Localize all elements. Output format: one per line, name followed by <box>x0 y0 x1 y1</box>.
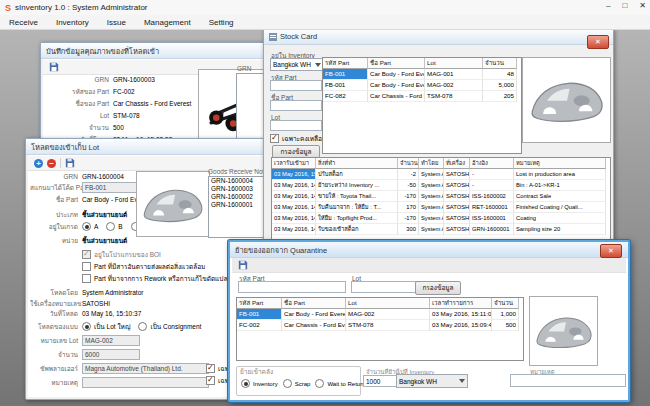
cell[interactable]: RET-1600001 <box>470 202 514 213</box>
column-header[interactable]: Lot <box>425 58 483 69</box>
move-scrap-radio[interactable] <box>283 379 292 388</box>
close-icon[interactable]: ✕ <box>639 1 646 10</box>
cell[interactable]: -2 <box>398 169 419 180</box>
column-header[interactable]: รหัส Part <box>323 58 368 69</box>
cell[interactable]: - <box>470 169 514 180</box>
side-checkbox-1[interactable] <box>206 364 215 373</box>
cell[interactable]: ปรับสต็อก <box>316 169 398 180</box>
dest-dropdown[interactable]: Bangkok WH <box>396 374 468 388</box>
column-header[interactable]: จำนวน <box>483 58 517 69</box>
cell[interactable]: SATOSHI <box>444 191 470 202</box>
cell[interactable]: System Admi... <box>419 213 444 224</box>
part-code-input[interactable] <box>270 80 322 91</box>
note-input[interactable] <box>82 377 209 388</box>
cell[interactable]: STM-078 <box>346 320 430 331</box>
column-header[interactable]: เวลารับเข้ามา <box>272 158 316 169</box>
cell[interactable]: MAG-002 <box>425 80 483 91</box>
only-remaining-checkbox[interactable] <box>270 134 279 143</box>
column-header[interactable]: จำนวน <box>398 158 419 169</box>
cell[interactable]: System Admi... <box>419 202 444 213</box>
move-qty-input[interactable]: 1000 <box>363 375 397 387</box>
cell[interactable]: Bin : A-01->KR-1 <box>514 180 606 191</box>
cell[interactable]: Coating <box>514 213 606 224</box>
cell[interactable]: FB-001 <box>237 309 282 320</box>
cell[interactable]: -170 <box>398 191 419 202</box>
save-icon[interactable] <box>238 260 248 270</box>
cell[interactable]: 03 May 2016, 14:48:52 <box>272 213 316 224</box>
cell[interactable]: 48 <box>483 69 517 80</box>
move-wait-radio[interactable] <box>315 379 324 388</box>
grade-b-radio[interactable] <box>106 222 115 231</box>
quarantine-titlebar[interactable]: ย้ายของออกจาก Quarantine <box>230 242 628 258</box>
cell[interactable]: TSM-078 <box>425 91 483 102</box>
cell[interactable]: 5,000 <box>483 80 517 91</box>
cell[interactable]: FB-001 <box>323 69 368 80</box>
boi-checkbox[interactable] <box>82 250 91 259</box>
cell[interactable]: SATOSHI <box>444 202 470 213</box>
cell[interactable]: Sampling size 20 <box>514 224 606 235</box>
cell[interactable]: 03 May 2016, 14:50:18 <box>272 202 316 213</box>
maximize-icon[interactable]: □ <box>622 1 627 10</box>
cell[interactable]: System Admi... <box>419 180 444 191</box>
remove-icon[interactable]: − <box>47 159 56 168</box>
cell[interactable]: FC-002 <box>237 320 282 331</box>
supplier-input[interactable]: Magna Automotive (Thailand) Ltd. <box>82 363 209 374</box>
stock-table[interactable]: รหัส Part ชื่อ Part Lot จำนวน FB-001 Car… <box>322 57 522 154</box>
cell[interactable]: 1,000 <box>492 309 519 320</box>
menu-management[interactable]: Management <box>135 18 200 27</box>
cell[interactable]: - <box>470 180 514 191</box>
cell[interactable]: MAG-001 <box>425 69 483 80</box>
part-code-input[interactable] <box>238 281 346 293</box>
grade-a-radio[interactable] <box>82 222 91 231</box>
lot-no-input[interactable]: MAG-002 <box>82 335 140 346</box>
env-checkbox[interactable] <box>82 262 91 271</box>
cell[interactable]: Lost in production area <box>514 169 606 180</box>
cell[interactable]: -170 <box>398 213 419 224</box>
menu-inventory[interactable]: Inventory <box>47 18 98 27</box>
cell[interactable]: รับคืนมาจาก : ให้ยืม : T... <box>316 202 398 213</box>
cell[interactable]: 500 <box>492 320 519 331</box>
cell[interactable]: FB-001 <box>323 80 368 91</box>
cell[interactable]: ขายให้ : Toyota Thail... <box>316 191 398 202</box>
column-header[interactable]: ชื่อ Part <box>368 58 425 69</box>
column-header[interactable]: รหัส Part <box>237 298 282 309</box>
cell[interactable]: SATOSHI <box>444 169 470 180</box>
cell[interactable]: MAG-002 <box>346 309 430 320</box>
minimize-icon[interactable]: – <box>606 1 610 10</box>
app-titlebar[interactable]: S sInventory 1.0 : System Administrator … <box>0 0 650 15</box>
column-header[interactable]: ทำโดย <box>419 158 444 169</box>
cell[interactable]: 03 May 2016, 14:51:56 <box>272 191 316 202</box>
filter-button[interactable]: กรองข้อมูล <box>415 281 461 295</box>
column-header[interactable]: ที่เครื่อง <box>444 158 470 169</box>
column-header[interactable]: ชื่อ Part <box>282 298 346 309</box>
cell[interactable]: 03 May 2016, 15:11:03 <box>430 309 492 320</box>
cell[interactable]: Car Chassis - Ford Ev... <box>282 320 346 331</box>
note-input[interactable] <box>510 374 626 387</box>
add-icon[interactable]: + <box>34 159 43 168</box>
move-inventory-radio[interactable] <box>241 379 250 388</box>
menu-issue[interactable]: Issue <box>98 18 135 27</box>
column-header[interactable]: หมายเหตุ <box>514 158 606 169</box>
cell[interactable]: FC-082 <box>323 91 368 102</box>
stock-card-titlebar[interactable]: Stock Card <box>264 30 613 45</box>
column-header[interactable]: จำนวน <box>492 298 519 309</box>
cell[interactable]: 03 May 2016, 14:59:35 <box>272 180 316 191</box>
side-checkbox-2[interactable] <box>206 376 215 385</box>
lot-big-radio[interactable] <box>82 322 91 331</box>
cell[interactable]: SATOSHI <box>444 213 470 224</box>
cell[interactable]: Contract Sale <box>514 191 606 202</box>
rework-checkbox[interactable] <box>82 274 91 283</box>
cell[interactable]: System Admi... <box>419 224 444 235</box>
menu-receive[interactable]: Receive <box>0 18 47 27</box>
cell[interactable]: System Admi... <box>419 191 444 202</box>
cell[interactable]: 03 May 2016, 15:09:42 <box>430 320 492 331</box>
inventory-dropdown[interactable]: Bangkok WH <box>270 58 324 71</box>
cell[interactable]: 205 <box>483 91 517 102</box>
column-header[interactable]: Lot <box>346 298 430 309</box>
scan-input[interactable]: FB-001 <box>82 182 140 193</box>
cell[interactable]: ISS-1600002 <box>470 191 514 202</box>
lot-input[interactable] <box>270 120 322 131</box>
stock-card-close-button[interactable]: ✕ <box>587 35 609 49</box>
quarantine-table[interactable]: รหัส Part ชื่อ Part Lot เวลาทำรายการ จำน… <box>236 297 524 361</box>
cell[interactable]: GRN-1600001 <box>470 224 514 235</box>
